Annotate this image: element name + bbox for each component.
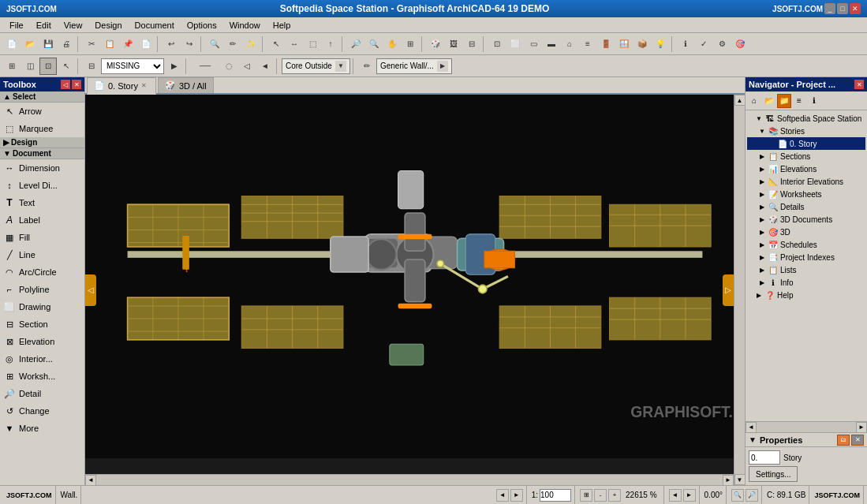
nav-item-help[interactable]: ▶ ❓ Help — [747, 289, 865, 301]
nav-interior-expand[interactable]: ▶ — [758, 177, 766, 185]
menu-design[interactable]: Design — [88, 19, 128, 32]
tool-line[interactable]: ╱ Line — [0, 246, 84, 263]
left-nav-arrow[interactable]: ◁ — [85, 274, 96, 306]
nav-item-info[interactable]: ▶ ℹ Info — [747, 276, 865, 289]
horizontal-scrollbar[interactable]: ◄ ► — [85, 474, 734, 485]
tool-marquee[interactable]: ⬚ Marquee — [0, 120, 84, 137]
tool-drawing[interactable]: ⬜ Drawing — [0, 298, 84, 315]
redo-button[interactable]: ↪ — [181, 35, 198, 53]
menu-edit[interactable]: Edit — [30, 19, 58, 32]
offset-tool[interactable]: ◁ — [238, 58, 256, 75]
nav-item-interior-elevations[interactable]: ▶ 📐 Interior Elevations — [747, 175, 865, 188]
zoom-out-button[interactable]: 🔍 — [365, 35, 383, 53]
pan-left-button[interactable]: ◄ — [669, 489, 682, 502]
nav-item-lists[interactable]: ▶ 📋 Lists — [747, 263, 865, 276]
nav-elevations-expand[interactable]: ▶ — [758, 165, 766, 173]
tool-arrow[interactable]: ↖ Arrow — [0, 103, 84, 120]
open-button[interactable]: 📂 — [21, 35, 39, 53]
tool-level-di[interactable]: ↕ Level Di... — [0, 177, 84, 194]
elevate-button[interactable]: ↑ — [322, 35, 339, 53]
trim-tool[interactable]: ◄ — [256, 58, 274, 75]
cut-button[interactable]: ✂ — [83, 35, 100, 53]
nav-worksheets-expand[interactable]: ▶ — [758, 190, 766, 198]
info-button[interactable]: ℹ — [677, 35, 694, 53]
minimize-button[interactable]: _ — [824, 3, 835, 14]
snap-button[interactable]: ⊞ — [3, 58, 21, 75]
nav-3d-expand[interactable]: ▶ — [758, 228, 766, 236]
wall-type-icon[interactable]: ⊟ — [83, 58, 100, 75]
print-button[interactable]: 🖨 — [58, 35, 75, 53]
nav-item-details[interactable]: ▶ 🔍 Details — [747, 200, 865, 213]
grid-button[interactable]: ◫ — [21, 58, 39, 75]
tool-interior[interactable]: ◎ Interior... — [0, 350, 84, 368]
save-button[interactable]: 💾 — [39, 35, 57, 53]
tool-section[interactable]: ⊟ Section — [0, 315, 84, 333]
missing-arrow-button[interactable]: ▶ — [166, 58, 183, 75]
nav-folder-button[interactable]: 📂 — [762, 94, 776, 108]
nav-item-sections[interactable]: ▶ 📋 Sections — [747, 150, 865, 162]
toolbox-dock-button[interactable]: ◁ — [61, 80, 70, 89]
nav-3d-docs-expand[interactable]: ▶ — [758, 215, 766, 223]
scroll-left-button[interactable]: ◄ — [85, 475, 96, 486]
tool-worksh[interactable]: ⊞ Worksh... — [0, 368, 84, 385]
magic-button[interactable]: ✨ — [242, 35, 260, 53]
select-tb-button[interactable]: ↖ — [267, 35, 285, 53]
nav-item-3d-documents[interactable]: ▶ 🎲 3D Documents — [747, 213, 865, 226]
menu-help[interactable]: Help — [267, 19, 297, 32]
column-button[interactable]: ⬜ — [506, 35, 524, 53]
right-nav-arrow[interactable]: ▷ — [723, 274, 734, 306]
undo-button[interactable]: ↩ — [163, 35, 180, 53]
tool-elevation[interactable]: ⊠ Elevation — [0, 333, 84, 350]
menu-window[interactable]: Window — [223, 19, 267, 32]
check-button[interactable]: ✓ — [695, 35, 712, 53]
zoom-small-button[interactable]: 🔍 — [731, 489, 744, 502]
prop-orange-button[interactable]: 🗂 — [837, 435, 850, 446]
toolbox-select-header[interactable]: ▲ Select — [0, 91, 84, 103]
pencil-button[interactable]: ✏ — [224, 35, 241, 53]
new-button[interactable]: 📄 — [3, 35, 21, 53]
vertical-scrollbar[interactable]: ▲ ▼ — [734, 95, 745, 485]
pen-color[interactable]: ✏ — [358, 58, 376, 75]
nav-info-button[interactable]: ℹ — [807, 94, 821, 108]
slab-button[interactable]: ▬ — [543, 35, 560, 53]
target-button[interactable]: 🎯 — [731, 35, 749, 53]
pan-right-button[interactable]: ► — [683, 489, 696, 502]
canvas-area[interactable]: GRAPHISOFT. ◁ ▷ ▲ ▼ — [85, 95, 745, 485]
tool-dimension[interactable]: ↔ Dimension — [0, 159, 84, 177]
tab-story[interactable]: 📄 0. Story ✕ — [87, 77, 156, 95]
nav-info-expand[interactable]: ▶ — [758, 278, 766, 286]
missing-dropdown[interactable]: MISSING — [101, 58, 164, 74]
nav-list-button[interactable]: ≡ — [792, 94, 806, 108]
nav-lists-expand[interactable]: ▶ — [758, 266, 766, 274]
mirror-button[interactable]: ⬚ — [304, 35, 321, 53]
roof-button[interactable]: ⌂ — [561, 35, 578, 53]
nav-details-expand[interactable]: ▶ — [758, 203, 766, 211]
stair-button[interactable]: ≡ — [579, 35, 596, 53]
nav-item-schedules[interactable]: ▶ 📅 Schedules — [747, 238, 865, 251]
arc-tool[interactable]: ◌ — [220, 58, 237, 75]
zoom-large-button[interactable]: 🔎 — [746, 489, 758, 502]
zoom-fit-button[interactable]: ⊞ — [580, 489, 592, 502]
nav-scrollbar[interactable]: ◄ ► — [746, 421, 867, 432]
rotate-button[interactable]: ↔ — [286, 35, 303, 53]
pan-button[interactable]: ✋ — [383, 35, 401, 53]
menu-document[interactable]: Document — [129, 19, 181, 32]
wall-type-expand[interactable]: ▼ — [335, 61, 346, 72]
close-button[interactable]: ✕ — [850, 3, 861, 14]
generic-wall-expand[interactable]: ▶ — [437, 61, 448, 72]
toolbox-design-header[interactable]: ▶ Design — [0, 137, 84, 148]
render-button[interactable]: 🖼 — [445, 35, 462, 53]
properties-collapse-icon[interactable]: ▼ — [749, 435, 757, 444]
nav-home-button[interactable]: ⌂ — [747, 94, 761, 108]
scroll-up-button[interactable]: ▲ — [734, 95, 746, 106]
nav-help-expand[interactable]: ▶ — [755, 291, 763, 299]
nav-root-expand[interactable]: ▼ — [755, 114, 763, 122]
zoom-in-button[interactable]: 🔎 — [347, 35, 364, 53]
window-button[interactable]: 🪟 — [615, 35, 633, 53]
tab-story-close[interactable]: ✕ — [141, 82, 149, 90]
settings-button[interactable]: Settings... — [749, 466, 798, 482]
nav-item-worksheets[interactable]: ▶ 📝 Worksheets — [747, 188, 865, 200]
nav-item-story0[interactable]: ▶ 📄 0. Story — [747, 137, 865, 150]
menu-options[interactable]: Options — [181, 19, 223, 32]
cursor-button[interactable]: ↖ — [58, 58, 75, 75]
